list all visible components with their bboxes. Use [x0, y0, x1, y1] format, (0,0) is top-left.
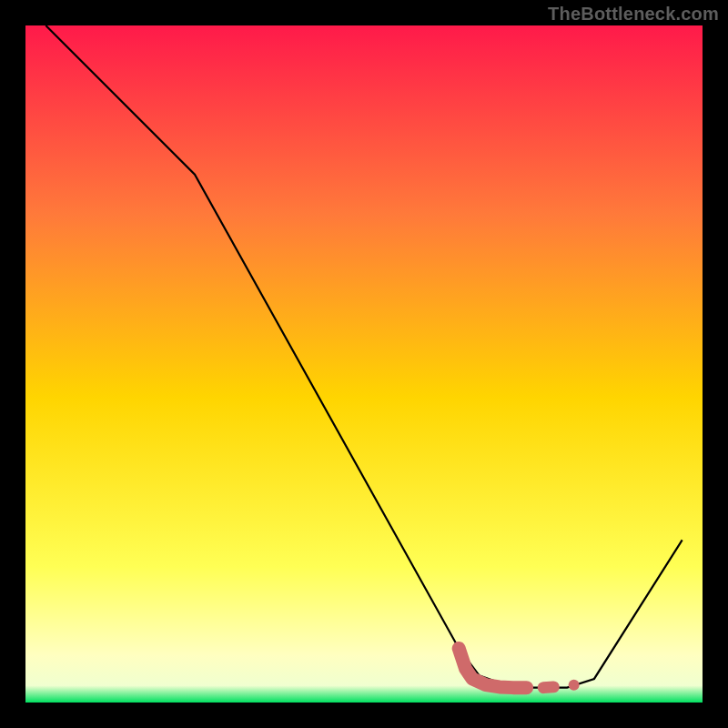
bottleneck-chart — [0, 0, 728, 728]
plot-background — [25, 25, 703, 703]
watermark-text: TheBottleneck.com — [548, 4, 719, 25]
highlight-dot — [569, 680, 580, 691]
highlight-seg — [543, 687, 553, 688]
chart-container: TheBottleneck.com — [0, 0, 728, 728]
